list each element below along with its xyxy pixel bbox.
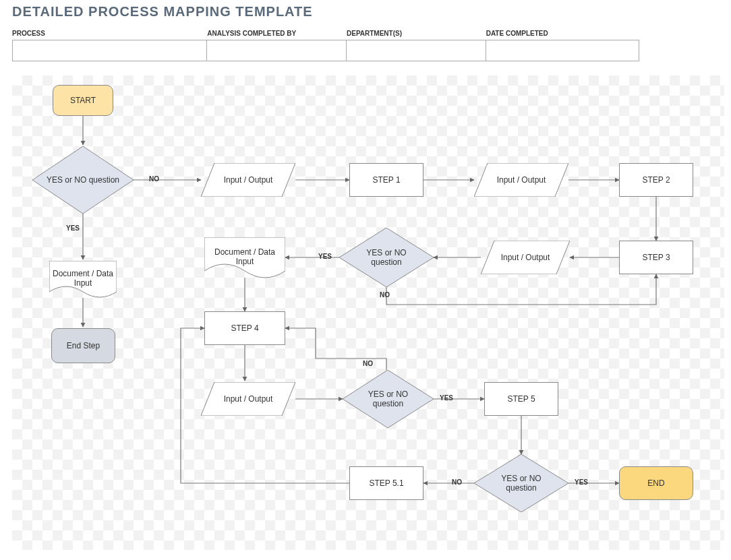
node-step-2[interactable]: STEP 2 (619, 163, 693, 197)
node-io-3[interactable]: Input / Output (481, 241, 570, 274)
node-io-3-text: Input / Output (501, 253, 550, 262)
node-step-4[interactable]: STEP 4 (204, 311, 285, 345)
header-department-cell[interactable] (347, 40, 486, 61)
edge-label-q4-yes: YES (575, 478, 588, 486)
node-decision-2[interactable]: YES or NO question (339, 228, 434, 287)
node-decision-1[interactable]: YES or NO question (32, 146, 134, 214)
node-document-2-text: Document / Data Input (204, 247, 285, 270)
node-io-4[interactable]: Input / Output (201, 382, 295, 416)
node-end[interactable]: END (619, 466, 693, 500)
node-io-4-text: Input / Output (224, 394, 273, 404)
header-process-cell[interactable] (12, 40, 207, 61)
node-decision-1-text: YES or NO question (36, 175, 130, 185)
node-decision-3[interactable]: YES or NO question (343, 370, 434, 428)
header-department-label: DEPARTMENT(S) (347, 30, 486, 40)
header-analysis-cell[interactable] (207, 40, 347, 61)
node-decision-3-text: YES or NO question (343, 390, 434, 408)
node-io-2[interactable]: Input / Output (474, 163, 568, 197)
node-step-3[interactable]: STEP 3 (619, 241, 693, 274)
edge-label-q2-no: NO (380, 291, 390, 299)
edge-label-q1-no: NO (149, 175, 159, 183)
edge-label-q4-no: NO (452, 478, 462, 486)
edge-label-q3-yes: YES (440, 394, 453, 402)
node-document-1-text: Document / Data Input (49, 269, 117, 292)
node-step-5-1[interactable]: STEP 5.1 (349, 466, 423, 500)
flowchart-canvas: START YES or NO question YES NO Document… (12, 75, 724, 550)
node-decision-4-text: YES or NO question (474, 474, 568, 493)
edge-label-q3-no: NO (363, 360, 373, 367)
node-step-5[interactable]: STEP 5 (484, 382, 558, 416)
node-io-2-text: Input / Output (497, 175, 546, 185)
page-title: DETAILED PROCESS MAPPING TEMPLATE (12, 4, 313, 20)
node-io-1-text: Input / Output (224, 175, 273, 185)
header-date-cell[interactable] (486, 40, 639, 61)
node-decision-2-text: YES or NO question (339, 248, 434, 267)
node-end-step[interactable]: End Step (51, 328, 115, 363)
node-start[interactable]: START (53, 85, 113, 116)
node-document-1[interactable]: Document / Data Input (49, 261, 117, 300)
edge-label-q2-yes: YES (318, 253, 332, 260)
node-step-1[interactable]: STEP 1 (349, 163, 423, 197)
edge-label-q1-yes: YES (66, 224, 80, 232)
node-io-1[interactable]: Input / Output (201, 163, 295, 197)
header-table: PROCESS ANALYSIS COMPLETED BY DEPARTMENT… (12, 30, 639, 61)
header-date-label: DATE COMPLETED (486, 30, 639, 40)
node-decision-4[interactable]: YES or NO question (474, 454, 568, 512)
node-document-2[interactable]: Document / Data Input (204, 237, 285, 280)
header-analysis-label: ANALYSIS COMPLETED BY (207, 30, 347, 40)
header-process-label: PROCESS (12, 30, 207, 40)
